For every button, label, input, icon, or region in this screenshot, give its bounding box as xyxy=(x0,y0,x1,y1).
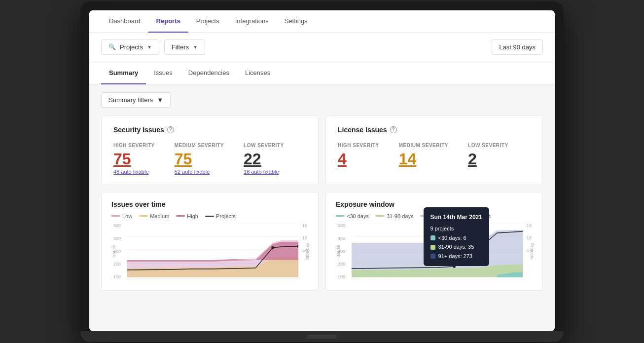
lic-low-severity-label: LOW SEVERITY xyxy=(468,143,508,148)
lic-medium-severity-label: MEDIUM SEVERITY xyxy=(399,143,448,148)
exp-y-axis-issues-label: Issues xyxy=(336,244,341,257)
nav-reports[interactable]: Reports xyxy=(148,10,188,33)
laptop-screen: Dashboard Reports Projects Integrations … xyxy=(89,10,555,331)
tooltip-31-90days-label: 31-90 days: 35 xyxy=(438,242,474,252)
date-range-wrapper: Last 90 days xyxy=(492,39,543,55)
legend-30days-color xyxy=(336,215,345,217)
legend-low-label: Low xyxy=(122,213,132,219)
medium-severity-label: MEDIUM SEVERITY xyxy=(175,143,224,148)
medium-severity-col: MEDIUM SEVERITY 75 52 auto fixable xyxy=(175,143,224,175)
tab-issues[interactable]: Issues xyxy=(146,62,180,84)
medium-auto-fixable[interactable]: 52 auto fixable xyxy=(175,169,224,175)
tooltip-row-91plus: 91+ days: 273 xyxy=(430,252,482,261)
severity-row: HIGH SEVERITY 75 48 auto fixable MEDIUM … xyxy=(113,143,306,175)
security-help-icon[interactable]: ? xyxy=(167,126,174,133)
content-area: Summary filters ▼ Security Issues ? HIGH… xyxy=(89,84,555,331)
legend-projects-line xyxy=(205,216,214,217)
tooltip-dot-91plus xyxy=(430,254,435,259)
tabs-bar: Summary Issues Dependencies Licenses xyxy=(89,62,555,84)
legend-31-90days: 31-90 days xyxy=(376,213,413,219)
cards-grid: Security Issues ? HIGH SEVERITY 75 48 au… xyxy=(101,115,543,185)
issues-chart-svg xyxy=(127,223,298,277)
chevron-down-icon: ▼ xyxy=(147,44,152,50)
security-issues-card: Security Issues ? HIGH SEVERITY 75 48 au… xyxy=(101,115,319,185)
lic-low-severity-col: LOW SEVERITY 2 xyxy=(468,143,508,169)
search-icon: 🔍 xyxy=(108,43,116,50)
legend-low-color xyxy=(111,215,120,217)
exp-y-axis-projects-label: Projects xyxy=(530,243,535,259)
tab-dependencies[interactable]: Dependencies xyxy=(180,62,237,84)
legend-projects-label: Projects xyxy=(216,213,236,219)
lic-high-severity-value[interactable]: 4 xyxy=(338,151,379,167)
chevron-down-icon-2: ▼ xyxy=(193,44,198,50)
svg-marker-7 xyxy=(127,242,298,262)
lic-medium-severity-value[interactable]: 14 xyxy=(399,151,448,167)
chart-cards-grid: Issues over time Low Medium High xyxy=(101,192,543,291)
nav-settings[interactable]: Settings xyxy=(277,10,316,33)
projects-label: Projects xyxy=(120,43,143,51)
filters-label: Filters xyxy=(172,43,189,51)
legend-30days: <30 days xyxy=(336,213,369,219)
legend-high-label: High xyxy=(187,213,198,219)
nav-integrations[interactable]: Integrations xyxy=(227,10,277,33)
legend-low: Low xyxy=(111,213,132,219)
summary-filters-label: Summary filters xyxy=(108,96,153,104)
tab-licenses[interactable]: Licenses xyxy=(237,62,278,84)
legend-31-90days-color xyxy=(376,215,385,217)
summary-filters-button[interactable]: Summary filters ▼ xyxy=(101,92,171,108)
low-severity-col: LOW SEVERITY 22 16 auto fixable xyxy=(244,143,284,175)
license-help-icon[interactable]: ? xyxy=(390,126,397,133)
legend-medium: Medium xyxy=(139,213,169,219)
low-severity-value[interactable]: 22 xyxy=(244,151,284,167)
lic-high-severity-col: HIGH SEVERITY 4 xyxy=(338,143,379,169)
laptop-notch xyxy=(307,335,337,339)
y-axis-issues-label: Issues xyxy=(111,244,116,257)
y-axis-projects-label: Projects xyxy=(306,243,311,259)
lic-high-severity-label: HIGH SEVERITY xyxy=(338,143,379,148)
tooltip-projects: 9 projects xyxy=(430,224,482,233)
issues-over-time-legend: Low Medium High Projects xyxy=(111,213,308,219)
toolbar-left: 🔍 Projects ▼ Filters ▼ xyxy=(101,39,205,55)
medium-severity-value[interactable]: 75 xyxy=(175,151,224,167)
laptop-base xyxy=(80,331,564,342)
filters-dropdown[interactable]: Filters ▼ xyxy=(164,39,205,55)
main-nav: Dashboard Reports Projects Integrations … xyxy=(89,10,555,33)
summary-filters-row: Summary filters ▼ xyxy=(101,92,543,108)
low-auto-fixable[interactable]: 16 auto fixable xyxy=(244,169,284,175)
tooltip-30days-label: <30 days: 6 xyxy=(438,233,466,243)
high-severity-col: HIGH SEVERITY 75 48 auto fixable xyxy=(113,143,155,175)
high-severity-value[interactable]: 75 xyxy=(113,151,155,167)
tooltip-91plus-label: 91+ days: 273 xyxy=(438,252,472,261)
legend-31-90days-label: 31-90 days xyxy=(387,213,413,219)
high-severity-label: HIGH SEVERITY xyxy=(113,143,155,148)
date-range-button[interactable]: Last 90 days xyxy=(492,39,543,55)
svg-point-8 xyxy=(271,246,274,249)
lic-low-severity-value[interactable]: 2 xyxy=(468,151,508,167)
tooltip-title: Sun 14th Mar 2021 xyxy=(430,212,482,222)
license-issues-title: License Issues ? xyxy=(338,126,531,134)
legend-medium-color xyxy=(139,215,148,217)
exposure-window-card: Exposure window <30 days 31-90 days 9 xyxy=(325,192,543,291)
license-issues-card: License Issues ? HIGH SEVERITY 4 MEDIUM … xyxy=(325,115,543,185)
toolbar: 🔍 Projects ▼ Filters ▼ Last 90 days xyxy=(89,33,555,62)
tooltip-dot-30 xyxy=(430,235,435,240)
issues-over-time-card: Issues over time Low Medium High xyxy=(101,192,319,291)
tooltip-dot-31-90 xyxy=(430,245,435,250)
legend-projects: Projects xyxy=(205,213,236,219)
nav-dashboard[interactable]: Dashboard xyxy=(101,10,148,33)
legend-30days-label: <30 days xyxy=(347,213,369,219)
nav-projects[interactable]: Projects xyxy=(188,10,227,33)
license-severity-row: HIGH SEVERITY 4 MEDIUM SEVERITY 14 LOW S… xyxy=(338,143,531,169)
chevron-down-icon-3: ▼ xyxy=(157,96,163,104)
legend-high-color xyxy=(176,215,185,217)
high-auto-fixable[interactable]: 48 auto fixable xyxy=(113,169,155,175)
lic-medium-severity-col: MEDIUM SEVERITY 14 xyxy=(399,143,448,169)
legend-medium-label: Medium xyxy=(150,213,169,219)
legend-high: High xyxy=(176,213,198,219)
tab-summary[interactable]: Summary xyxy=(101,62,146,84)
security-issues-title: Security Issues ? xyxy=(113,126,306,134)
issues-over-time-title: Issues over time xyxy=(111,200,308,208)
tooltip-row-30: <30 days: 6 xyxy=(430,233,482,243)
laptop-frame: Dashboard Reports Projects Integrations … xyxy=(80,1,564,342)
projects-dropdown[interactable]: 🔍 Projects ▼ xyxy=(101,39,159,55)
